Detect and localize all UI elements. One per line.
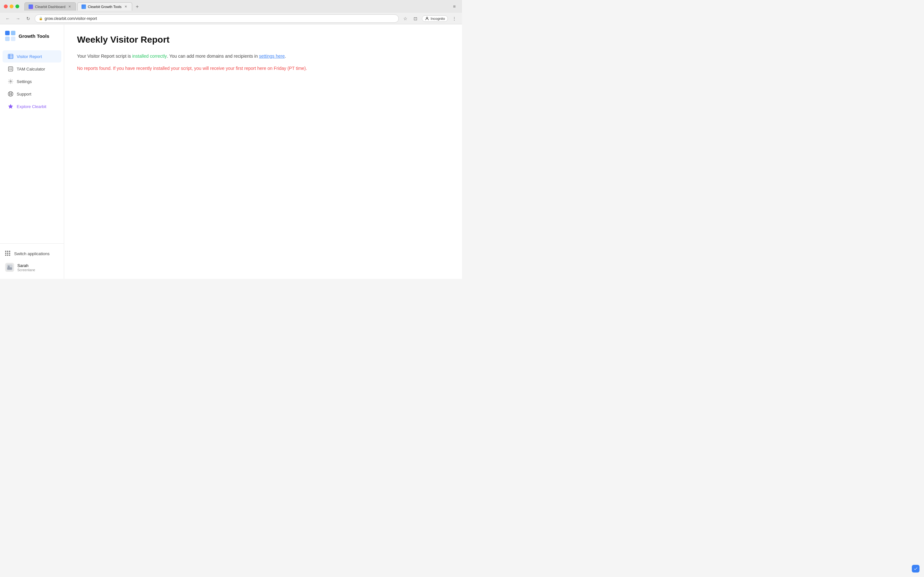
incognito-label: Incognito: [431, 17, 445, 21]
reload-button[interactable]: ↻: [24, 15, 32, 23]
svg-rect-24: [10, 266, 11, 268]
svg-rect-23: [8, 266, 10, 268]
tab-favicon-dashboard: [29, 5, 33, 9]
tab-close-growth[interactable]: ✕: [124, 5, 128, 9]
tab-favicon-growth: [81, 5, 86, 9]
support-icon: [8, 91, 13, 97]
address-bar-row: ← → ↻ 🔒 grow.clearbit.com/visitor-report…: [0, 13, 462, 24]
status-message: Your Visitor Report script is installed …: [77, 53, 449, 60]
svg-rect-4: [11, 37, 15, 41]
sidebar-footer: Switch applications Sarah Screenlane: [0, 243, 64, 279]
user-profile[interactable]: Sarah Screenlane: [3, 259, 61, 275]
svg-rect-3: [5, 37, 10, 41]
no-reports-message: No reports found. If you have recently i…: [77, 65, 449, 72]
tam-calculator-icon: [8, 66, 13, 72]
svg-line-18: [11, 95, 13, 96]
user-company: Screenlane: [17, 268, 35, 272]
explore-icon: [8, 103, 13, 109]
grid-icon: [5, 251, 11, 256]
sidebar-item-label-explore: Explore Clearbit: [17, 104, 47, 109]
incognito-badge: Incognito: [422, 15, 448, 22]
maximize-button[interactable]: [15, 5, 19, 8]
user-name: Sarah: [17, 263, 35, 268]
logo-icon: [5, 31, 15, 41]
traffic-lights: [4, 5, 19, 8]
sidebar-item-label-settings: Settings: [17, 79, 32, 84]
svg-rect-11: [11, 68, 12, 68]
svg-rect-13: [11, 69, 12, 70]
titlebar: Clearbit Dashboard ✕ Clearbit Growth Too…: [0, 0, 462, 13]
svg-rect-2: [11, 31, 15, 35]
browser-chrome: Clearbit Dashboard ✕ Clearbit Growth Too…: [0, 0, 462, 24]
sidebar-logo: Growth Tools: [0, 24, 64, 47]
settings-icon: [8, 79, 13, 84]
sidebar-nav: Visitor Report TAM Calculator: [0, 47, 64, 243]
new-tab-button[interactable]: +: [134, 3, 141, 11]
bookmark-button[interactable]: ☆: [401, 15, 409, 23]
svg-line-19: [11, 92, 13, 93]
sidebar-item-label-tam-calculator: TAM Calculator: [17, 67, 45, 71]
forward-button[interactable]: →: [14, 15, 22, 23]
url-text: grow.clearbit.com/visitor-report: [45, 16, 97, 21]
sidebar-item-tam-calculator[interactable]: TAM Calculator: [3, 63, 61, 75]
switch-applications-button[interactable]: Switch applications: [3, 247, 61, 259]
user-info: Sarah Screenlane: [17, 263, 35, 272]
status-prefix: Your Visitor Report script is: [77, 53, 132, 59]
split-view-button[interactable]: ⊡: [412, 15, 419, 23]
sidebar: Growth Tools Visitor Report: [0, 24, 64, 279]
svg-rect-1: [5, 31, 10, 35]
window-controls: ≡: [451, 3, 458, 10]
visitor-report-icon: [8, 53, 13, 59]
switch-apps-label: Switch applications: [14, 251, 50, 256]
sidebar-item-visitor-report[interactable]: Visitor Report: [3, 50, 61, 63]
sidebar-item-support[interactable]: Support: [3, 88, 61, 100]
svg-point-16: [10, 93, 11, 95]
page-title: Weekly Visitor Report: [77, 35, 449, 45]
tab-growth[interactable]: Clearbit Growth Tools ✕: [78, 2, 132, 11]
logo-text: Growth Tools: [19, 33, 49, 39]
settings-link[interactable]: settings here: [259, 53, 284, 59]
svg-line-20: [9, 95, 10, 96]
minimize-button[interactable]: [10, 5, 13, 8]
svg-rect-5: [8, 54, 13, 59]
back-button[interactable]: ←: [4, 15, 11, 23]
toolbar-right: ☆ ⊡ Incognito ⋮: [401, 15, 458, 23]
svg-point-0: [426, 17, 428, 19]
settings-period: .: [284, 53, 286, 59]
tab-close-dashboard[interactable]: ✕: [67, 5, 72, 9]
sidebar-item-explore-clearbit[interactable]: Explore Clearbit: [3, 100, 61, 113]
app-container: Growth Tools Visitor Report: [0, 24, 462, 279]
avatar: [5, 263, 14, 272]
tab-dashboard[interactable]: Clearbit Dashboard ✕: [24, 2, 76, 11]
status-installed: installed correctly: [132, 53, 167, 59]
main-content: Weekly Visitor Report Your Visitor Repor…: [64, 24, 462, 279]
sidebar-item-label-support: Support: [17, 92, 31, 97]
svg-point-14: [10, 81, 11, 82]
lock-icon: 🔒: [39, 17, 43, 20]
svg-rect-10: [9, 68, 10, 68]
sidebar-item-settings[interactable]: Settings: [3, 75, 61, 87]
close-button[interactable]: [4, 5, 8, 8]
tab-label-growth: Clearbit Growth Tools: [88, 5, 121, 9]
sidebar-item-label-visitor-report: Visitor Report: [17, 54, 42, 59]
menu-button[interactable]: ⋮: [451, 15, 458, 23]
svg-line-17: [9, 92, 10, 93]
svg-rect-9: [8, 67, 13, 71]
tab-label-dashboard: Clearbit Dashboard: [35, 5, 65, 9]
address-bar[interactable]: 🔒 grow.clearbit.com/visitor-report: [35, 15, 399, 23]
status-suffix: . You can add more domains and recipient…: [167, 53, 259, 59]
svg-rect-12: [9, 69, 10, 70]
